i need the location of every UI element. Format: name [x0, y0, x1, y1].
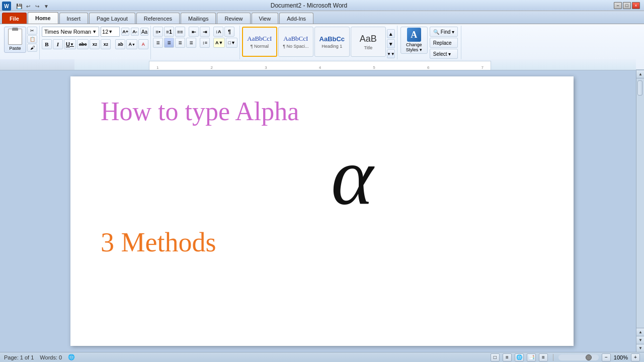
close-btn[interactable]: × [632, 2, 640, 9]
ruler: 1234567 [0, 59, 636, 70]
window-controls: − □ × [614, 2, 640, 9]
align-center-btn[interactable]: ≡ [164, 38, 174, 48]
style-heading1-text: AaBbCc [319, 35, 345, 43]
show-marks-button[interactable]: ¶ [224, 27, 234, 37]
line-spacing-btn[interactable]: ↕≡ [200, 38, 210, 48]
tab-pagelayout[interactable]: Page Layout [89, 13, 135, 24]
justify-btn[interactable]: ≡ [186, 38, 196, 48]
page-count: Page: 1 of 1 [4, 354, 34, 360]
text-highlight-button[interactable]: ab [115, 39, 125, 49]
zoom-slider[interactable] [558, 354, 599, 360]
title-bar: W 💾 ↩ ↪ ▼ Document2 - Microsoft Word − □… [0, 0, 644, 11]
zoom-in-btn[interactable]: + [631, 353, 640, 361]
ribbon-tab-bar: File Home Insert Page Layout References … [0, 11, 644, 24]
font-shrink-btn[interactable]: A- [131, 28, 139, 36]
style-heading1-label: Heading 1 [321, 44, 342, 49]
styles-list: AaBbCcI ¶ Normal AaBbCcI ¶ No Spaci... A… [242, 27, 386, 61]
vertical-scrollbar[interactable]: ▲ ▲ ▼ ▼ [636, 70, 644, 352]
styles-expand-btn[interactable]: ▼▼ [387, 49, 395, 58]
multilevel-button[interactable]: ≡≡ [175, 27, 185, 37]
qa-dropdown-btn[interactable]: ▼ [42, 2, 50, 10]
undo-quick-btn[interactable]: ↩ [24, 2, 32, 10]
maximize-btn[interactable]: □ [623, 2, 631, 9]
tab-insert[interactable]: Insert [59, 13, 89, 24]
styles-scroll-up[interactable]: ▲ [387, 29, 395, 38]
sort-button[interactable]: ↕A [213, 27, 223, 37]
strikethrough-button[interactable]: abc [77, 39, 89, 49]
font-selector-row: Times New Roman ▼ 12 ▼ A+ A- Aa [42, 27, 148, 37]
superscript-button[interactable]: x2 [101, 39, 111, 49]
copy-button[interactable]: 📋 [27, 35, 37, 43]
tab-view[interactable]: View [252, 13, 279, 24]
select-label: Select ▾ [433, 51, 451, 57]
paste-button[interactable]: Paste [4, 27, 26, 53]
change-styles-icon: A [407, 28, 421, 42]
full-reading-btn[interactable]: ≡ [503, 353, 512, 361]
tab-home[interactable]: Home [28, 12, 58, 24]
numbering-button[interactable]: ≡1 [164, 27, 174, 37]
zoom-level: 100% [614, 354, 628, 360]
replace-button[interactable]: Replace [430, 38, 458, 48]
cut-button[interactable]: ✂ [27, 27, 37, 35]
decrease-indent-btn[interactable]: ⇤ [189, 27, 199, 37]
scroll-down-prev-btn[interactable]: ▲ [636, 328, 644, 336]
change-styles-button[interactable]: A ChangeStyles ▾ [400, 27, 428, 54]
underline-button[interactable]: U▼ [64, 39, 76, 49]
paste-icon [8, 29, 22, 45]
style-title[interactable]: AaB Title [351, 27, 386, 57]
tab-addins[interactable]: Add-Ins [279, 13, 313, 24]
format-painter-button[interactable]: 🖌 [27, 44, 37, 52]
scroll-down-next-btn[interactable]: ▼ [636, 336, 644, 344]
bold-button[interactable]: B [42, 39, 52, 49]
clipboard-small-buttons: ✂ 📋 🖌 [27, 27, 37, 52]
text-color-button[interactable]: A▼ [126, 39, 137, 49]
bullets-button[interactable]: ≡• [153, 27, 163, 37]
styles-scroll-down[interactable]: ▼ [387, 39, 395, 48]
scroll-up-btn[interactable]: ▲ [636, 70, 644, 78]
clear-format-btn[interactable]: Aa [140, 28, 148, 36]
style-title-text: AaB [360, 34, 377, 44]
scroll-thumb[interactable] [637, 80, 642, 96]
text-effects-button[interactable]: A [138, 39, 148, 49]
save-quick-btn[interactable]: 💾 [15, 2, 23, 10]
tab-review[interactable]: Review [217, 13, 250, 24]
tab-file[interactable]: File [2, 13, 27, 24]
zoom-thumb[interactable] [586, 354, 592, 360]
word-logo: W [2, 2, 11, 11]
font-name-select[interactable]: Times New Roman ▼ [42, 27, 99, 37]
shading-btn[interactable]: A▼ [213, 38, 225, 48]
select-button[interactable]: Select ▾ [430, 49, 458, 59]
document-heading[interactable]: How to type Alpha [101, 97, 543, 126]
document-methods[interactable]: 3 Methods [101, 227, 543, 258]
tab-references[interactable]: References [136, 13, 180, 24]
style-nospacing-text: AaBbCcI [283, 35, 308, 43]
find-label: Find ▾ [441, 29, 454, 35]
font-grow-btn[interactable]: A+ [121, 28, 129, 36]
redo-quick-btn[interactable]: ↪ [33, 2, 41, 10]
tab-mailings[interactable]: Mailings [181, 13, 216, 24]
subscript-button[interactable]: x2 [90, 39, 100, 49]
style-heading1[interactable]: AaBbCc Heading 1 [314, 27, 350, 57]
style-nospacing[interactable]: AaBbCcI ¶ No Spaci... [278, 27, 313, 57]
change-styles-label: ChangeStyles ▾ [406, 43, 422, 53]
print-layout-btn[interactable]: □ [491, 353, 500, 361]
italic-button[interactable]: I [53, 39, 63, 49]
style-normal[interactable]: AaBbCcI ¶ Normal [242, 27, 277, 57]
draft-view-btn[interactable]: ≡ [539, 353, 548, 361]
zoom-out-btn[interactable]: − [602, 353, 611, 361]
scroll-track[interactable] [636, 78, 644, 328]
font-size-select[interactable]: 12 ▼ [101, 27, 120, 37]
minimize-btn[interactable]: − [614, 2, 622, 9]
find-button[interactable]: 🔍 Find ▾ [430, 27, 458, 37]
editing-group: 🔍 Find ▾ Replace Select ▾ [430, 27, 458, 59]
scroll-bottom-btn[interactable]: ▼ [636, 344, 644, 352]
increase-indent-btn[interactable]: ⇥ [200, 27, 210, 37]
outline-view-btn[interactable]: 📑 [527, 353, 536, 361]
status-bar: Page: 1 of 1 Words: 0 🌐 □ ≡ 🌐 📑 ≡ − 100%… [0, 352, 644, 362]
web-layout-btn[interactable]: 🌐 [515, 353, 524, 361]
align-left-btn[interactable]: ≡ [153, 38, 163, 48]
align-right-btn[interactable]: ≡ [175, 38, 185, 48]
document-page: How to type Alpha α 3 Methods [70, 76, 574, 346]
borders-btn[interactable]: □▼ [226, 38, 237, 48]
status-right-controls: □ ≡ 🌐 📑 ≡ − 100% + [491, 353, 640, 361]
